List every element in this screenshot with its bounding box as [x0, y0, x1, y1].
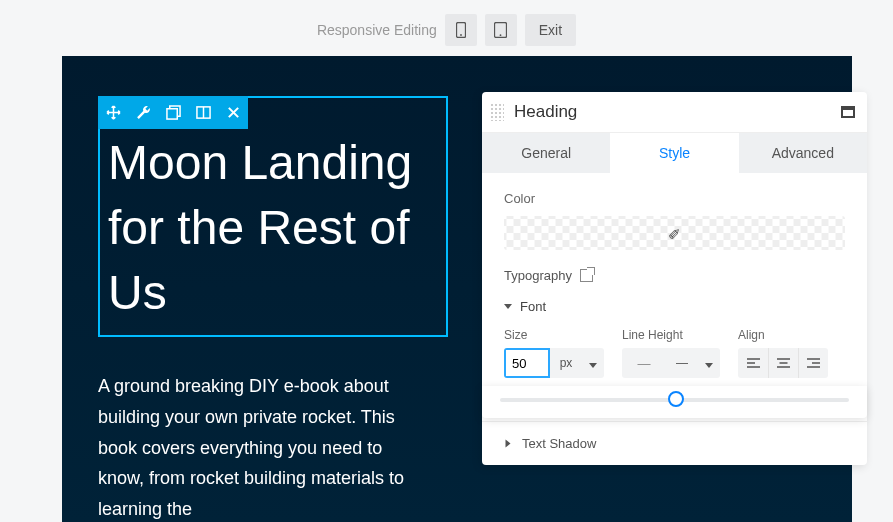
device-phone-button[interactable]: [445, 14, 477, 46]
wrench-icon[interactable]: [128, 96, 158, 129]
eyedropper-icon: ✎: [666, 227, 684, 240]
top-toolbar: Responsive Editing Exit: [0, 0, 893, 60]
slider-thumb[interactable]: [668, 391, 684, 407]
chevron-right-icon: [506, 440, 511, 448]
svg-rect-4: [166, 109, 176, 119]
phone-icon: [456, 22, 466, 38]
panel-body: Color ✎ Typography Font Size px Line Hei…: [482, 173, 867, 418]
color-picker[interactable]: ✎: [504, 216, 845, 250]
align-right-button[interactable]: [798, 348, 828, 378]
align-center-icon: [777, 358, 790, 369]
body-text: A ground breaking DIY e-book about build…: [98, 371, 418, 522]
tab-style[interactable]: Style: [610, 133, 738, 173]
panel-header: Heading: [482, 92, 867, 133]
size-unit[interactable]: px: [550, 356, 582, 370]
tab-advanced[interactable]: Advanced: [739, 133, 867, 173]
size-unit-dropdown[interactable]: [582, 356, 604, 371]
size-input[interactable]: [504, 348, 550, 378]
accordion-text-shadow[interactable]: Text Shadow: [482, 421, 867, 465]
heading-text[interactable]: Moon Landing for the Rest of Us: [100, 98, 446, 335]
lineheight-control: Line Height — —: [622, 328, 720, 378]
align-right-icon: [807, 358, 820, 369]
panel-title: Heading: [514, 102, 841, 122]
duplicate-icon[interactable]: [158, 96, 188, 129]
align-center-button[interactable]: [768, 348, 798, 378]
svg-point-3: [500, 34, 502, 36]
size-slider[interactable]: [482, 386, 867, 418]
chevron-down-icon: [504, 304, 512, 309]
typography-row: Typography: [504, 268, 845, 283]
lineheight-dropdown[interactable]: [698, 356, 720, 371]
exit-button[interactable]: Exit: [525, 14, 576, 46]
font-label: Font: [520, 299, 546, 314]
slider-track: [500, 398, 849, 402]
external-settings-icon[interactable]: [580, 269, 593, 282]
device-tablet-button[interactable]: [485, 14, 517, 46]
lineheight-label: Line Height: [622, 328, 720, 342]
lineheight-unit: —: [666, 356, 698, 370]
responsive-editing-label: Responsive Editing: [317, 22, 437, 38]
drag-handle-icon[interactable]: [490, 103, 504, 121]
typography-label: Typography: [504, 268, 572, 283]
tablet-icon: [494, 22, 507, 38]
align-control: Align: [738, 328, 828, 378]
align-left-icon: [747, 358, 760, 369]
settings-panel: Heading General Style Advanced Color ✎ T…: [482, 92, 867, 465]
font-controls: Size px Line Height — — Align: [504, 328, 845, 378]
panel-tabs: General Style Advanced: [482, 133, 867, 173]
tab-general[interactable]: General: [482, 133, 610, 173]
svg-point-1: [460, 34, 462, 36]
align-left-button[interactable]: [738, 348, 768, 378]
align-label: Align: [738, 328, 828, 342]
columns-icon[interactable]: [188, 96, 218, 129]
close-icon[interactable]: [218, 96, 248, 129]
selected-heading-module[interactable]: Moon Landing for the Rest of Us: [98, 96, 448, 337]
move-icon[interactable]: [98, 96, 128, 129]
lineheight-value: —: [622, 356, 666, 371]
size-control: Size px: [504, 328, 604, 378]
color-label: Color: [504, 191, 845, 206]
module-toolbar: [98, 96, 248, 129]
size-label: Size: [504, 328, 604, 342]
maximize-icon[interactable]: [841, 106, 855, 118]
font-toggle[interactable]: Font: [504, 299, 845, 314]
